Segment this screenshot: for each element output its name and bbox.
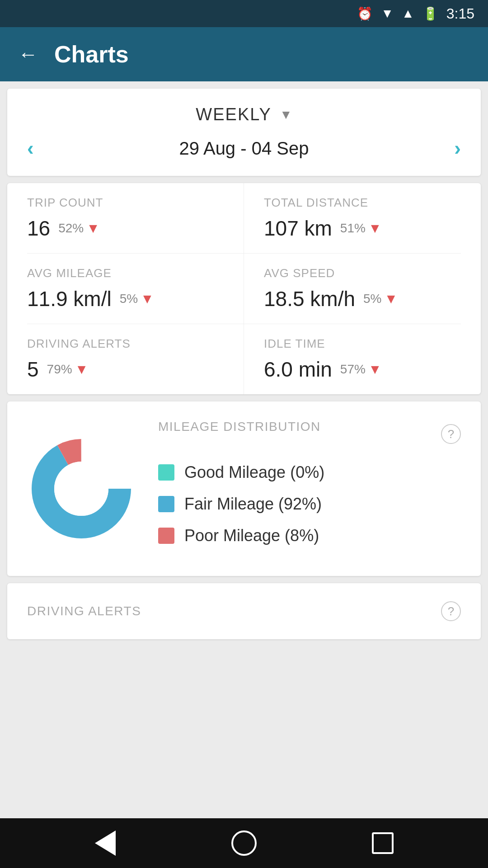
driving-alerts-label: DRIVING ALERTS (27, 337, 230, 351)
total-distance-value: 107 km (264, 216, 332, 241)
date-range-label: 29 Aug - 04 Sep (179, 138, 309, 159)
back-button[interactable]: ← (18, 43, 38, 66)
trip-count-label: TRIP COUNT (27, 196, 230, 210)
idle-time-label: IDLE TIME (264, 337, 461, 351)
driving-alerts-section-label: DRIVING ALERTS (27, 604, 141, 618)
trip-count-value-row: 16 52% ▼ (27, 216, 230, 241)
good-mileage-label: Good Mileage (0%) (184, 463, 324, 482)
trip-count-change: 52% ▼ (58, 221, 100, 236)
driving-alerts-change: 79% ▼ (47, 362, 89, 377)
avg-mileage-value: 11.9 km/l (27, 287, 112, 311)
fair-mileage-label: Fair Mileage (92%) (184, 495, 322, 514)
wifi-icon: ▼ (381, 6, 394, 21)
dropdown-arrow-icon: ▼ (280, 108, 292, 122)
stat-trip-count: TRIP COUNT 16 52% ▼ (27, 183, 244, 254)
avg-speed-label: AVG SPEED (264, 266, 461, 280)
content-area: WEEKLY ▼ ‹ 29 Aug - 04 Sep › TRIP COUNT … (0, 81, 488, 818)
driving-alerts-card: DRIVING ALERTS ? (7, 583, 481, 639)
total-distance-change: 51% ▼ (340, 221, 382, 236)
status-bar: ⏰ ▼ ▲ 🔋 3:15 (0, 0, 488, 27)
avg-speed-value-row: 18.5 km/h 5% ▼ (264, 287, 461, 311)
legend-poor-mileage: Poor Mileage (8%) (158, 526, 461, 545)
idle-time-change: 57% ▼ (340, 362, 382, 377)
next-period-button[interactable]: › (454, 137, 461, 160)
trip-count-value: 16 (27, 216, 50, 241)
app-header: ← Charts (0, 27, 488, 81)
period-dropdown[interactable]: WEEKLY ▼ (196, 105, 292, 124)
driving-alerts-value-row: 5 79% ▼ (27, 357, 230, 382)
back-triangle-icon (95, 830, 116, 856)
bottom-navigation (0, 818, 488, 868)
total-distance-value-row: 107 km 51% ▼ (264, 216, 461, 241)
battery-icon: 🔋 (422, 6, 438, 21)
stats-grid: TRIP COUNT 16 52% ▼ TOTAL DISTANCE 107 k… (27, 183, 461, 394)
legend-good-mileage: Good Mileage (0%) (158, 463, 461, 482)
page-title: Charts (54, 41, 129, 68)
nav-home-button[interactable] (228, 827, 260, 859)
driving-alerts-value: 5 (27, 357, 39, 382)
good-mileage-dot (158, 464, 174, 481)
period-label: WEEKLY (196, 105, 272, 124)
avg-speed-down-icon: ▼ (384, 291, 398, 307)
date-navigation: ‹ 29 Aug - 04 Sep › (27, 137, 461, 160)
poor-mileage-label: Poor Mileage (8%) (184, 526, 319, 545)
total-distance-down-icon: ▼ (368, 221, 382, 236)
poor-mileage-dot (158, 528, 174, 544)
trip-count-down-icon: ▼ (86, 221, 100, 236)
stat-idle-time: IDLE TIME 6.0 min 57% ▼ (244, 324, 461, 394)
donut-chart (27, 434, 136, 543)
avg-mileage-down-icon: ▼ (141, 291, 154, 307)
nav-recent-button[interactable] (367, 827, 399, 859)
fair-mileage-dot (158, 496, 174, 512)
stat-avg-mileage: AVG MILEAGE 11.9 km/l 5% ▼ (27, 254, 244, 324)
stat-driving-alerts: DRIVING ALERTS 5 79% ▼ (27, 324, 244, 394)
donut-hole (54, 462, 108, 516)
mileage-legend: MILEAGE DISTRIBUTION ? Good Mileage (0%)… (158, 420, 461, 558)
mileage-help-button[interactable]: ? (441, 424, 461, 444)
period-selector-card: WEEKLY ▼ ‹ 29 Aug - 04 Sep › (7, 89, 481, 176)
legend-fair-mileage: Fair Mileage (92%) (158, 495, 461, 514)
mileage-distribution-title: MILEAGE DISTRIBUTION (158, 420, 321, 434)
nav-back-button[interactable] (89, 827, 121, 859)
home-circle-icon (231, 830, 257, 856)
idle-time-down-icon: ▼ (368, 362, 382, 377)
driving-alerts-help-button[interactable]: ? (441, 601, 461, 621)
stat-avg-speed: AVG SPEED 18.5 km/h 5% ▼ (244, 254, 461, 324)
mileage-distribution-card: MILEAGE DISTRIBUTION ? Good Mileage (0%)… (7, 401, 481, 576)
stats-card: TRIP COUNT 16 52% ▼ TOTAL DISTANCE 107 k… (7, 183, 481, 394)
avg-speed-value: 18.5 km/h (264, 287, 355, 311)
idle-time-value: 6.0 min (264, 357, 332, 382)
stat-total-distance: TOTAL DISTANCE 107 km 51% ▼ (244, 183, 461, 254)
avg-speed-change: 5% ▼ (363, 291, 398, 307)
prev-period-button[interactable]: ‹ (27, 137, 34, 160)
alarm-icon: ⏰ (357, 6, 373, 21)
total-distance-label: TOTAL DISTANCE (264, 196, 461, 210)
avg-mileage-label: AVG MILEAGE (27, 266, 230, 280)
idle-time-value-row: 6.0 min 57% ▼ (264, 357, 461, 382)
status-time: 3:15 (446, 5, 474, 22)
driving-alerts-down-icon: ▼ (75, 362, 89, 377)
donut-svg (27, 434, 136, 543)
recent-square-icon (372, 832, 394, 854)
avg-mileage-change: 5% ▼ (120, 291, 154, 307)
signal-icon: ▲ (402, 6, 414, 21)
avg-mileage-value-row: 11.9 km/l 5% ▼ (27, 287, 230, 311)
